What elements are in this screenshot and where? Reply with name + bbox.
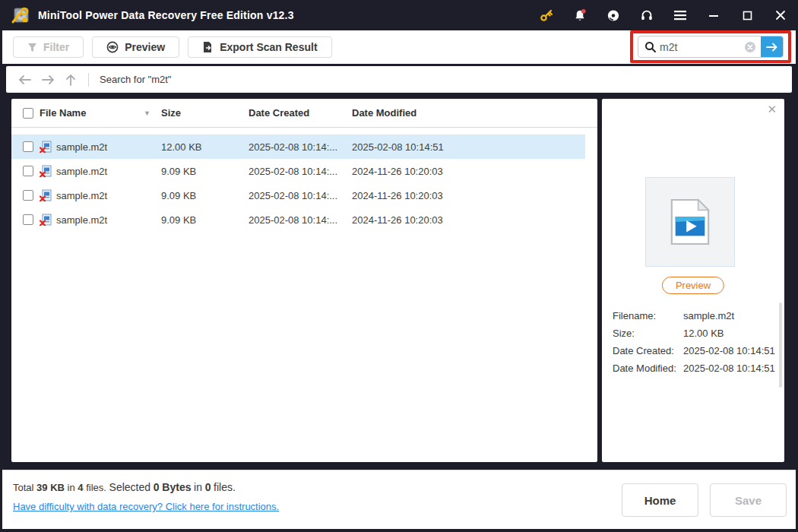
preview-file-button[interactable]: Preview [662,277,724,294]
sort-caret-icon[interactable]: ▼ [144,109,150,117]
row-checkbox[interactable] [23,141,33,152]
home-button[interactable]: Home [622,483,698,517]
app-logo-icon [11,6,30,24]
search-input[interactable] [657,41,744,53]
table-body: sample.m2t 12.00 KB 2025-02-08 10:14:...… [11,135,597,232]
maximize-icon[interactable] [740,8,754,22]
file-date-created: 2025-02-08 10:14:... [249,166,352,177]
file-size: 12.00 KB [161,141,249,153]
window-title: MiniTool Power Data Recovery Free Editio… [38,9,294,21]
detail-date-created: Date Created: 2025-02-08 10:14:51 [613,346,777,356]
file-date-created: 2025-02-08 10:14:... [249,190,352,201]
detail-filename: Filename: sample.m2t [613,311,777,321]
search-box [638,36,784,58]
preview-panel: ✕ Preview Filename: sample.m2t Size: 12.… [602,99,784,462]
file-name: sample.m2t [56,190,161,201]
back-icon[interactable] [18,74,31,85]
header-date-created[interactable]: Date Created [249,107,352,119]
file-thumbnail [645,177,735,267]
detail-size: Size: 12.00 KB [613,328,777,339]
deleted-file-icon [40,214,52,226]
row-checkbox[interactable] [23,166,33,176]
header-size[interactable]: Size [161,107,249,119]
export-label: Export Scan Result [220,41,317,53]
panel-scrollbar[interactable] [779,302,782,388]
row-checkbox[interactable] [23,190,33,201]
file-date-created: 2025-02-08 10:14:... [249,214,352,226]
file-details: Filename: sample.m2t Size: 12.00 KB Date… [613,311,777,381]
menu-icon[interactable] [673,8,687,22]
minimize-icon[interactable] [707,8,720,22]
detail-date-modified: Date Modified: 2025-02-08 10:14:51 [613,363,777,374]
nav-divider [88,73,89,87]
deleted-file-icon [40,141,52,153]
titlebar-actions [540,8,787,22]
deleted-file-icon [40,165,52,177]
row-checkbox[interactable] [23,214,33,225]
video-file-icon [669,198,711,245]
preview-button[interactable]: Preview [92,36,179,58]
file-name: sample.m2t [56,166,161,177]
file-list-panel: File Name ▼ Size Date Created Date Modif… [11,99,597,462]
toolbar: Filter Preview Export Scan Result [2,30,796,64]
search-icon [644,41,657,53]
file-size: 9.09 KB [161,190,249,201]
help-link[interactable]: Have difficulty with data recovery? Clic… [13,501,279,512]
status-bar: Total 39 KB in 4 files. Selected 0 Bytes… [2,470,796,529]
deleted-file-icon [40,189,52,201]
export-file-icon [202,41,214,53]
current-path-label: Search for "m2t" [100,74,172,85]
up-icon[interactable] [65,74,76,86]
eye-icon [106,41,119,53]
file-size: 9.09 KB [161,214,249,226]
preview-label: Preview [125,41,165,53]
app-window: MiniTool Power Data Recovery Free Editio… [0,0,798,532]
save-button[interactable]: Save [710,483,787,517]
notification-bell-icon[interactable] [573,8,587,22]
headset-icon[interactable] [640,8,654,22]
file-name: sample.m2t [56,214,161,226]
table-header: File Name ▼ Size Date Created Date Modif… [11,99,597,128]
filter-button[interactable]: Filter [13,36,84,58]
table-row[interactable]: sample.m2t 9.09 KB 2025-02-08 10:14:... … [11,159,585,183]
close-icon[interactable] [774,8,787,22]
filter-label: Filter [43,41,69,53]
table-row[interactable]: sample.m2t 9.09 KB 2025-02-08 10:14:... … [11,183,585,207]
key-icon[interactable] [540,8,553,22]
export-scan-result-button[interactable]: Export Scan Result [188,36,331,58]
titlebar: MiniTool Power Data Recovery Free Editio… [0,0,798,30]
table-row[interactable]: sample.m2t 12.00 KB 2025-02-08 10:14:...… [11,135,585,159]
forward-icon[interactable] [42,74,55,85]
file-size: 9.09 KB [161,166,249,177]
header-date-modified[interactable]: Date Modified [352,107,416,119]
search-annotation-highlight [630,30,791,63]
select-all-checkbox[interactable] [23,108,33,119]
file-date-modified: 2024-11-26 10:20:03 [352,214,443,226]
selection-summary: Total 39 KB in 4 files. Selected 0 Bytes… [13,481,236,493]
disc-icon[interactable] [606,8,620,22]
file-date-created: 2025-02-08 10:14:... [249,141,352,153]
table-row[interactable]: sample.m2t 9.09 KB 2025-02-08 10:14:... … [11,207,585,232]
file-date-modified: 2024-11-26 10:20:03 [352,190,443,201]
funnel-icon [27,43,37,52]
file-date-modified: 2025-02-08 10:14:51 [352,141,444,153]
file-date-modified: 2024-11-26 10:20:03 [352,166,443,177]
header-file-name[interactable]: File Name ▼ [40,107,161,119]
file-name: sample.m2t [56,141,161,153]
clear-search-icon[interactable] [744,41,756,53]
navigation-bar: Search for "m2t" [6,66,792,93]
search-submit-button[interactable] [761,36,783,58]
panel-close-icon[interactable]: ✕ [767,103,777,115]
